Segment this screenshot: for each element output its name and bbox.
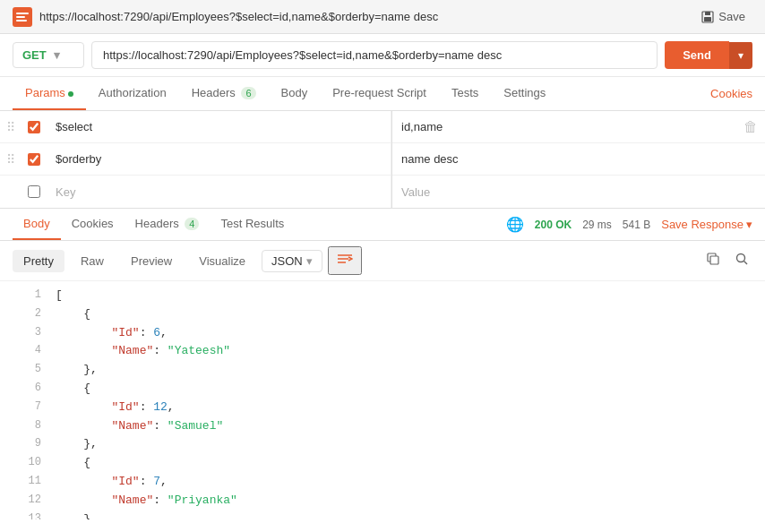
param-checkbox-2[interactable]: [21, 153, 47, 166]
response-size: 541 B: [623, 219, 650, 231]
response-status: 🌐 200 OK 29 ms 541 B Save Response ▾: [506, 216, 752, 233]
globe-icon: 🌐: [506, 216, 524, 233]
body-tabs: Body Cookies Headers 4 Test Results: [13, 209, 295, 240]
tab-headers[interactable]: Headers 6: [179, 77, 269, 110]
save-response-button[interactable]: Save Response ▾: [661, 218, 752, 231]
url-bar: GET ▾ Send ▾: [0, 34, 765, 77]
json-line: 12 "Name": "Priyanka": [0, 492, 765, 511]
tab-params[interactable]: Params: [13, 77, 86, 110]
app-icon: [13, 7, 32, 27]
search-icon: [735, 252, 749, 266]
response-toolbar: Pretty Raw Preview Visualize JSON ▾: [0, 241, 765, 281]
title-url: https://localhost:7290/api/Employees?$se…: [39, 10, 438, 23]
params-dot: [68, 91, 73, 97]
tab-test-results[interactable]: Test Results: [210, 209, 295, 240]
tab-response-body[interactable]: Body: [13, 209, 61, 240]
svg-point-11: [737, 254, 745, 262]
json-viewer: 1[2 {3 "Id": 6,4 "Name": "Yateesh"5 },6 …: [0, 281, 765, 519]
method-selector[interactable]: GET ▾: [13, 42, 84, 68]
format-pretty[interactable]: Pretty: [13, 250, 64, 272]
search-button[interactable]: [731, 248, 752, 273]
param-checkbox-1[interactable]: [21, 121, 47, 133]
json-line: 6 {: [0, 380, 765, 399]
json-line: 8 "Name": "Samuel": [0, 417, 765, 436]
param-key-1[interactable]: $select: [47, 111, 391, 142]
json-line: 1[: [0, 287, 765, 305]
json-line: 11 "Id": 7,: [0, 473, 765, 492]
chevron-down-icon: ▾: [54, 48, 60, 62]
param-row: ⠿ $orderby name desc 🗑: [0, 143, 765, 176]
send-button[interactable]: Send: [665, 41, 729, 69]
tab-body[interactable]: Body: [269, 77, 321, 110]
json-line: 5 },: [0, 361, 765, 380]
response-actions: [702, 248, 752, 273]
save-label: Save: [718, 10, 745, 23]
chevron-down-icon: ▾: [746, 218, 752, 231]
tab-response-headers[interactable]: Headers 4: [125, 209, 211, 240]
svg-rect-6: [704, 17, 711, 21]
json-line: 13 },: [0, 511, 765, 519]
format-raw[interactable]: Raw: [70, 250, 115, 272]
params-table: ⠿ $select id,name 🗑 ⠿ $orderby name desc…: [0, 111, 765, 209]
chevron-down-icon: ▾: [306, 254, 313, 268]
title-bar: https://localhost:7290/api/Employees?$se…: [0, 0, 765, 34]
json-line: 4 "Name": "Yateesh": [0, 342, 765, 361]
format-preview[interactable]: Preview: [120, 250, 183, 272]
format-visualize[interactable]: Visualize: [188, 250, 256, 272]
param-key-2[interactable]: $orderby: [47, 143, 391, 175]
send-button-group: Send ▾: [665, 41, 752, 69]
drag-handle[interactable]: ⠿: [0, 152, 21, 167]
param-key-placeholder[interactable]: Key: [47, 176, 391, 208]
json-line: 3 "Id": 6,: [0, 324, 765, 343]
send-dropdown-button[interactable]: ▾: [729, 42, 752, 69]
json-line: 9 },: [0, 435, 765, 454]
drag-handle[interactable]: ⠿: [0, 120, 21, 134]
param-delete-1[interactable]: 🗑: [736, 119, 765, 135]
json-line: 7 "Id": 12,: [0, 399, 765, 417]
svg-rect-10: [710, 256, 718, 264]
param-row-placeholder: ⠿ Key Value 🗑: [0, 176, 765, 208]
method-label: GET: [22, 48, 47, 62]
title-save-button[interactable]: Save: [694, 6, 752, 27]
tab-authorization[interactable]: Authorization: [86, 77, 179, 110]
wrap-button[interactable]: [328, 246, 362, 275]
svg-rect-3: [16, 20, 27, 21]
tab-tests[interactable]: Tests: [439, 77, 491, 110]
params-tabs-row: Params Authorization Headers 6 Body Pre-…: [0, 77, 765, 111]
param-value-2[interactable]: name desc: [392, 143, 736, 175]
copy-icon: [706, 252, 720, 266]
cookies-link[interactable]: Cookies: [710, 78, 752, 109]
svg-rect-2: [16, 16, 25, 18]
params-tabs: Params Authorization Headers 6 Body Pre-…: [13, 77, 558, 110]
param-row: ⠿ $select id,name 🗑: [0, 111, 765, 143]
copy-button[interactable]: [702, 248, 724, 273]
drag-handle: ⠿: [0, 184, 21, 199]
response-headers-badge: 4: [185, 218, 199, 230]
response-time: 29 ms: [582, 219, 612, 231]
param-value-1[interactable]: id,name: [392, 111, 736, 142]
svg-line-12: [744, 262, 748, 265]
headers-badge: 6: [241, 87, 255, 99]
param-checkbox-3[interactable]: [21, 185, 47, 198]
tab-response-cookies[interactable]: Cookies: [61, 209, 125, 240]
json-line: 10 {: [0, 454, 765, 473]
format-tabs: Pretty Raw Preview Visualize JSON ▾: [13, 246, 362, 275]
json-line: 2 {: [0, 305, 765, 324]
param-value-placeholder[interactable]: Value: [392, 176, 736, 208]
json-type-label: JSON: [271, 254, 303, 268]
json-type-selector[interactable]: JSON ▾: [262, 250, 322, 272]
svg-rect-1: [16, 13, 29, 14]
url-input[interactable]: [91, 41, 658, 69]
svg-rect-5: [705, 12, 710, 15]
save-icon: [701, 11, 714, 23]
tab-settings[interactable]: Settings: [491, 77, 558, 110]
body-tabs-row: Body Cookies Headers 4 Test Results 🌐 20…: [0, 209, 765, 241]
tab-prerequest[interactable]: Pre-request Script: [320, 77, 439, 110]
status-code: 200 OK: [535, 219, 572, 231]
wrap-icon: [337, 253, 353, 265]
title-bar-left: https://localhost:7290/api/Employees?$se…: [13, 7, 438, 27]
